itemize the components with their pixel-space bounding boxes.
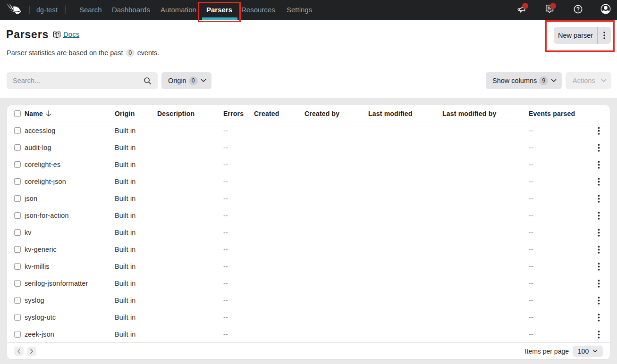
account-avatar-icon[interactable] [596,0,615,20]
parser-name[interactable]: json-for-action [25,212,115,219]
parser-name[interactable]: corelight-es [25,161,115,168]
nav-item-automation[interactable]: Automation [155,0,202,20]
row-menu-button[interactable] [587,331,610,339]
top-navbar: dg-test SearchDashboardsAutomationParser… [0,0,617,20]
next-page-button[interactable] [27,347,36,356]
parser-origin: Built in [115,212,157,219]
row-checkbox[interactable] [14,263,21,270]
parser-errors: -- [223,331,254,338]
row-menu-button[interactable] [587,212,610,220]
parser-errors: -- [223,297,254,304]
column-header-errors[interactable]: Errors [223,110,254,117]
docs-link[interactable]: Docs [63,30,79,38]
row-menu-button[interactable] [587,144,610,152]
row-menu-button[interactable] [587,263,610,271]
items-per-page-select[interactable]: 100 [573,346,603,357]
column-header-created-by[interactable]: Created by [304,110,368,117]
row-checkbox[interactable] [14,280,21,287]
row-checkbox-cell [14,144,25,151]
parser-events-parsed: -- [529,178,587,185]
nav-divider [65,6,66,14]
search-icon[interactable] [137,77,158,85]
column-header-description[interactable]: Description [157,110,223,117]
column-header-last-modified-by[interactable]: Last modified by [442,110,529,117]
announcements-icon[interactable] [512,0,531,20]
row-checkbox[interactable] [14,246,21,253]
feedback-icon[interactable] [540,0,559,20]
row-menu-button[interactable] [587,195,610,203]
page-title: Parsers [6,28,49,41]
parser-name[interactable]: kv-millis [25,263,115,270]
row-checkbox[interactable] [14,331,21,338]
parser-errors: -- [223,127,254,134]
row-menu-button[interactable] [587,297,610,305]
table-row: kv-genericBuilt in---- [7,241,610,258]
parser-name[interactable]: syslog [25,297,115,304]
parser-name[interactable]: json [25,195,115,202]
parser-name[interactable]: audit-log [25,144,115,151]
parser-name[interactable]: syslog-utc [25,314,115,321]
parser-events-parsed: -- [529,331,587,338]
parser-errors: -- [223,314,254,321]
row-menu-button[interactable] [587,127,610,135]
parser-name[interactable]: accesslog [25,127,115,134]
table-row: corelight-esBuilt in---- [7,156,610,173]
table-header-row: Name Origin Description Errors Created C… [7,105,610,122]
parser-name[interactable]: corelight-json [25,178,115,185]
column-header-origin[interactable]: Origin [115,110,157,117]
avatar-icon [600,4,611,14]
crowdstrike-falcon-logo-icon[interactable] [6,2,22,15]
row-menu-button[interactable] [587,161,610,169]
row-checkbox-cell [14,127,25,134]
row-checkbox[interactable] [14,212,21,219]
row-checkbox[interactable] [14,195,21,202]
previous-page-button[interactable] [14,347,24,356]
table-row: audit-logBuilt in---- [7,139,610,156]
org-name[interactable]: dg-test [36,0,58,20]
row-checkbox[interactable] [14,229,21,236]
nav-item-search[interactable]: Search [74,0,108,20]
row-menu-button[interactable] [587,178,610,186]
parser-name[interactable]: kv-generic [25,246,115,253]
search-input[interactable] [7,77,137,84]
row-checkbox[interactable] [14,297,21,304]
parser-errors: -- [223,280,254,287]
table-row: corelight-jsonBuilt in---- [7,173,610,190]
parser-name[interactable]: kv [25,229,115,236]
falcon-svg [6,2,22,15]
show-columns-count-badge: 9 [539,76,548,85]
column-header-last-modified[interactable]: Last modified [368,110,442,117]
parser-origin: Built in [115,229,157,236]
parser-name[interactable]: serilog-jsonformatter [25,280,115,287]
row-checkbox[interactable] [14,161,21,168]
nav-item-resources[interactable]: Resources [236,0,281,20]
parser-events-parsed: -- [529,161,587,168]
column-header-created[interactable]: Created [254,110,304,117]
origin-filter-button[interactable]: Origin 0 [161,72,211,89]
row-checkbox[interactable] [14,127,21,134]
help-icon[interactable] [568,0,587,20]
row-menu-button[interactable] [587,229,610,237]
actions-button[interactable]: Actions [566,72,611,89]
row-menu-button[interactable] [587,246,610,254]
nav-item-dashboards[interactable]: Dashboards [106,0,156,20]
row-menu-button[interactable] [587,314,610,322]
row-menu-button[interactable] [587,280,610,288]
select-all-checkbox[interactable] [14,110,21,117]
table-row: syslog-utcBuilt in---- [7,309,610,326]
nav-item-settings[interactable]: Settings [281,0,318,20]
parser-origin: Built in [115,127,157,134]
parser-events-parsed: -- [529,127,587,134]
show-columns-button[interactable]: Show columns 9 [486,72,562,89]
column-header-events-parsed[interactable]: Events parsed [529,110,587,117]
table-row: accesslogBuilt in---- [7,122,610,139]
parser-name[interactable]: zeek-json [25,331,115,338]
table-row: json-for-actionBuilt in---- [7,207,610,224]
row-checkbox[interactable] [14,314,21,321]
parser-events-parsed: -- [529,212,587,219]
table-footer: Items per page 100 [7,342,610,359]
row-checkbox[interactable] [14,144,21,151]
column-header-name[interactable]: Name [25,110,115,117]
row-checkbox-cell [14,161,25,168]
row-checkbox[interactable] [14,178,21,185]
